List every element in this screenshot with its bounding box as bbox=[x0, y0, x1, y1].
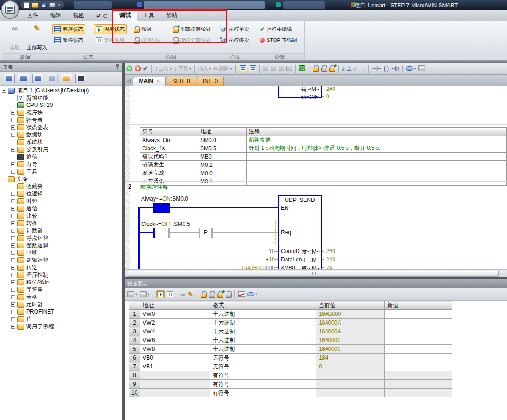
edit-in-run-button[interactable]: ✔运行中编辑 bbox=[257, 24, 294, 34]
print-icon[interactable] bbox=[49, 3, 55, 7]
expand-icon[interactable] bbox=[11, 170, 15, 174]
next-bookmark-icon[interactable] bbox=[279, 66, 284, 71]
table-view-icon[interactable] bbox=[418, 65, 425, 71]
scrollbar-thumb[interactable] bbox=[127, 271, 499, 277]
tab-help[interactable]: 帮助 bbox=[160, 10, 183, 21]
data-block-icon[interactable] bbox=[47, 74, 58, 83]
write-all-button[interactable]: ✎ 全部写入 bbox=[26, 23, 48, 53]
tree-item[interactable]: 表格 bbox=[0, 293, 122, 301]
symbol-row[interactable]: Always_OnSM0.0始终接通 bbox=[140, 136, 507, 144]
save-icon[interactable] bbox=[41, 2, 47, 8]
expand-icon[interactable] bbox=[11, 280, 15, 284]
tab-view[interactable]: 视图 bbox=[67, 10, 90, 21]
close-tab-icon[interactable]: × bbox=[156, 78, 159, 84]
force-icon[interactable] bbox=[200, 291, 206, 297]
delete-row-button[interactable]: ▾ bbox=[140, 291, 150, 297]
expand-icon[interactable] bbox=[11, 192, 15, 196]
tree-item[interactable]: 传送 bbox=[0, 264, 122, 271]
tree-item[interactable]: 时钟 bbox=[0, 197, 122, 205]
status-row[interactable]: 2VW2十六进制16#000A bbox=[129, 319, 452, 327]
delete-button[interactable]: ✂删除▾ bbox=[214, 65, 233, 72]
tab-file[interactable]: 文件 bbox=[21, 10, 44, 21]
status-row[interactable]: 4VW6十六进制16#0800 bbox=[129, 336, 452, 345]
trend-view-icon[interactable] bbox=[238, 291, 245, 297]
expand-icon[interactable] bbox=[11, 295, 15, 299]
expand-icon[interactable] bbox=[11, 199, 15, 203]
new-file-icon[interactable] bbox=[24, 2, 29, 8]
tree-item[interactable]: 程序块 bbox=[0, 109, 122, 116]
unforce-button[interactable]: 取消强制 bbox=[131, 35, 164, 45]
tree-item[interactable]: 系统块 bbox=[0, 138, 122, 146]
status-row[interactable]: 10有符号 bbox=[129, 389, 452, 397]
symbol-row[interactable]: 错误发生M0.2 bbox=[140, 161, 507, 169]
insert-contact-icon[interactable]: ⊣⊢ bbox=[372, 65, 382, 72]
expand-icon[interactable] bbox=[11, 118, 15, 122]
open-file-icon[interactable] bbox=[32, 3, 38, 8]
write-button[interactable]: ✎ bbox=[188, 291, 194, 297]
branch-down-icon[interactable]: ⤓ bbox=[342, 65, 344, 72]
download-button[interactable]: ↓下载▾ bbox=[174, 65, 191, 72]
tree-item[interactable]: PROFINET bbox=[0, 308, 122, 315]
tree-item[interactable]: 新增功能 bbox=[0, 94, 122, 101]
pause-program-status-button[interactable] bbox=[250, 65, 256, 71]
tree-item[interactable]: 计数器 bbox=[0, 227, 122, 234]
tab-scroll-left-icon[interactable]: ◁ bbox=[126, 78, 130, 84]
pause-chart-button[interactable]: 暂停图表 bbox=[94, 35, 127, 45]
tab-int0[interactable]: INT_0 bbox=[197, 77, 224, 86]
execute-multiple-button[interactable]: N↺执行多次 bbox=[217, 35, 251, 45]
tree-item[interactable]: 工具 bbox=[0, 168, 122, 175]
status-row[interactable]: 5VW8十六进制16#0000 bbox=[129, 345, 452, 354]
expand-icon[interactable] bbox=[11, 266, 15, 270]
collapse-icon[interactable] bbox=[2, 177, 6, 181]
status-row[interactable]: 8有符号 bbox=[129, 371, 452, 380]
tree-item[interactable]: 字符串 bbox=[0, 286, 122, 293]
bookmark-toggle-icon[interactable] bbox=[263, 66, 268, 71]
read-button[interactable]: ∞ 读取 bbox=[4, 23, 26, 53]
tree-item[interactable]: 整数运算 bbox=[0, 242, 122, 249]
unforce-all-button[interactable]: +全部取消强制 bbox=[170, 24, 213, 34]
selection-box[interactable] bbox=[231, 220, 276, 244]
compile-icon[interactable]: ✔ bbox=[143, 65, 148, 71]
tree-item[interactable]: 调用子例程 bbox=[0, 323, 122, 330]
application-menu-button[interactable] bbox=[1, 0, 19, 19]
expand-icon[interactable] bbox=[11, 310, 15, 314]
expand-icon[interactable] bbox=[11, 162, 15, 166]
expand-icon[interactable] bbox=[11, 273, 15, 277]
expand-icon[interactable] bbox=[11, 251, 15, 255]
status-row[interactable]: 6VB0无符号184 bbox=[129, 354, 452, 362]
tree-item[interactable]: 定时器 bbox=[0, 301, 122, 308]
unforce-icon[interactable] bbox=[209, 291, 215, 297]
run-button[interactable] bbox=[126, 65, 132, 71]
program-editor-icon[interactable] bbox=[4, 74, 15, 83]
pin-icon[interactable] bbox=[115, 64, 119, 70]
addressing-icon[interactable]: ▾ bbox=[247, 292, 257, 296]
expand-icon[interactable] bbox=[11, 148, 15, 152]
expand-icon[interactable] bbox=[11, 302, 15, 307]
program-status-toggle[interactable] bbox=[239, 65, 247, 72]
tree-item[interactable]: 收藏夹 bbox=[0, 183, 122, 190]
expand-icon[interactable] bbox=[11, 236, 15, 240]
tree-item[interactable]: 程序控制 bbox=[0, 271, 122, 278]
expand-icon[interactable] bbox=[11, 207, 15, 211]
network-comment[interactable]: 程序段注释 bbox=[140, 183, 168, 191]
symbol-row[interactable]: Clock_1sSM0.5针对 1 s的周期时间，时钟脉冲接通 0.5 s，断开… bbox=[140, 144, 507, 153]
tab-sbr0[interactable]: SBR_0 bbox=[167, 77, 196, 86]
tab-tools[interactable]: 工具 bbox=[137, 10, 160, 21]
tree-item[interactable]: 通信 bbox=[0, 153, 122, 160]
symbol-row[interactable]: 发送完成M0.0 bbox=[140, 169, 507, 177]
tree-item-instructions[interactable]: 指令 bbox=[0, 175, 122, 183]
unforce-all-icon[interactable]: + bbox=[217, 291, 223, 297]
cross-reference-icon[interactable] bbox=[61, 74, 72, 83]
tab-plc[interactable]: PLC bbox=[90, 12, 113, 21]
read-forces-icon[interactable] bbox=[225, 291, 231, 297]
tree-item[interactable]: 符号表 bbox=[0, 116, 122, 124]
line-up-icon[interactable]: ⌐ bbox=[354, 65, 357, 72]
tree-item[interactable]: 状态图表 bbox=[0, 124, 122, 131]
tree-item[interactable]: 逻辑运算 bbox=[0, 256, 122, 264]
unforce-icon[interactable] bbox=[321, 65, 327, 71]
tree-item[interactable]: 向导 bbox=[0, 160, 122, 168]
force-icon[interactable] bbox=[312, 65, 318, 71]
chart-status-button[interactable]: 图表状态 bbox=[94, 24, 127, 34]
force-in-stop-button[interactable]: STOP 下强制 bbox=[257, 35, 299, 45]
addressing-icon[interactable]: ▾ bbox=[406, 66, 416, 71]
